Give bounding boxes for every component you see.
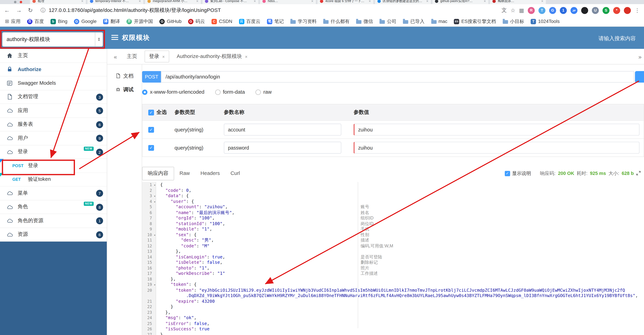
response-json-editor[interactable]: 1▾{2 "code": 0,3▾ "data": {4▾ "user": {5…: [142, 182, 644, 335]
bookmark-item[interactable]: mac: [431, 19, 448, 24]
forward-icon[interactable]: →: [16, 7, 22, 14]
tab-close-icon[interactable]: ×: [81, 0, 84, 3]
jp-dict-extension-icon[interactable]: JP: [570, 7, 578, 14]
back-icon[interactable]: ←: [4, 7, 10, 14]
shield-extension-icon[interactable]: U: [592, 7, 599, 14]
sidebar-item[interactable]: 用户9: [0, 132, 107, 145]
browser-tab[interactable]: 4core 福袋 6 分钟了一下…×: [317, 0, 374, 4]
window-controls[interactable]: [14, 1, 22, 3]
radio-x-www-form-urlencoded[interactable]: x-www-form-urlencoded: [142, 89, 204, 95]
bookmark-item[interactable]: 小目标: [502, 18, 524, 24]
google-extension-icon[interactable]: G: [549, 7, 556, 14]
bookmark-item[interactable]: ESES搜索引擎文档: [454, 18, 496, 24]
bookmark-item[interactable]: 译翻译: [103, 18, 120, 24]
pinwheel-extension-icon[interactable]: *: [613, 7, 620, 14]
tab-close-icon[interactable]: ×: [139, 0, 141, 3]
onetab-extension-icon[interactable]: 1: [560, 7, 567, 14]
header-search-input[interactable]: 请输入搜索内容: [598, 35, 636, 42]
bookmark-item[interactable]: T1024Tools: [531, 19, 560, 24]
browser-tab[interactable]: 梅林固添…×: [490, 0, 546, 4]
bookmark-item[interactable]: 开开源中国: [126, 18, 153, 24]
sidebar-item[interactable]: 文档管理3: [0, 90, 107, 104]
param-value-input[interactable]: zuihou: [354, 124, 639, 136]
sidebar-item[interactable]: 资源6: [0, 228, 107, 242]
row-checkbox[interactable]: ✓: [148, 145, 154, 150]
window-minimize-dot[interactable]: [14, 1, 16, 3]
param-name-input[interactable]: password: [224, 142, 341, 154]
profile-avatar[interactable]: [624, 7, 631, 14]
browser-menu-icon[interactable]: ⋮: [634, 7, 640, 14]
tab-login[interactable]: 登录×: [144, 50, 169, 62]
translate-icon[interactable]: 文: [502, 6, 507, 14]
tab-close-icon[interactable]: ×: [541, 0, 544, 3]
tab-curl[interactable]: Curl: [225, 168, 246, 179]
tab-close-icon[interactable]: ×: [484, 0, 486, 3]
bookmark-item[interactable]: 什么都有: [323, 18, 350, 24]
telegram-extension-icon[interactable]: T: [538, 7, 545, 14]
bookmark-star-icon[interactable]: ☆: [510, 7, 515, 14]
sidebar-item[interactable]: 角色的资源1: [0, 214, 107, 228]
reload-icon[interactable]: ↻: [28, 7, 33, 14]
sidebar-item[interactable]: 登录NEW2: [0, 145, 107, 159]
select-all-checkbox[interactable]: ✓: [148, 110, 154, 115]
sidebar-item[interactable]: 菜单7: [0, 186, 107, 200]
sidebar-item[interactable]: Swagger Models: [0, 76, 107, 90]
bookmark-item[interactable]: bBing: [50, 19, 68, 24]
tab-close-icon[interactable]: ×: [311, 0, 314, 3]
bookmark-item[interactable]: G码云: [188, 18, 205, 24]
sidebar-api-item[interactable]: POST登录: [0, 159, 107, 173]
bookmark-item[interactable]: 已导入: [403, 18, 424, 24]
url-text[interactable]: 127.0.0.1:8760/api/gate/doc.html#/author…: [49, 7, 496, 14]
tabs-scroll-right-icon[interactable]: »: [638, 53, 642, 60]
sidebar-item[interactable]: 服务表6: [0, 118, 107, 132]
reader-extension-icon[interactable]: R: [528, 7, 535, 14]
bookmark-item[interactable]: 笔笔记: [267, 18, 284, 24]
tab-close-icon[interactable]: ×: [162, 54, 165, 59]
tab-authorize[interactable]: Authorize-authority-权限模块×: [173, 51, 252, 62]
sidebar-api-item[interactable]: GET验证token: [0, 173, 107, 186]
browser-tab[interactable]: mego/jira/sof-ARM 小…×: [144, 0, 201, 4]
bookmark-item[interactable]: GGoogle: [74, 19, 96, 24]
tab-close-icon[interactable]: ×: [369, 0, 371, 3]
window-close-dot[interactable]: [20, 1, 22, 3]
bookmark-item[interactable]: 学习资料: [290, 18, 317, 24]
page-info-icon[interactable]: ⓘ: [40, 7, 46, 14]
sidebar-item[interactable]: 应用5: [0, 104, 107, 118]
row-checkbox[interactable]: ✓: [148, 127, 154, 132]
tab-response-content[interactable]: 响应内容: [142, 167, 174, 180]
browser-tab[interactable]: 紫貝Lab - Compose 不…×: [202, 0, 259, 4]
sidebar-item[interactable]: 角色NEW8: [0, 200, 107, 214]
fold-arrow-icon[interactable]: ▾: [154, 199, 156, 204]
tab-close-icon[interactable]: ×: [245, 54, 248, 59]
dark-mode-extension-icon[interactable]: [581, 7, 588, 14]
bookmark-item[interactable]: CCSDN: [212, 19, 232, 24]
tab-close-icon[interactable]: ×: [254, 0, 256, 3]
browser-tab[interactable]: hdss…×: [260, 0, 316, 4]
fold-arrow-icon[interactable]: ▾: [154, 194, 156, 199]
param-name-input[interactable]: account: [224, 124, 341, 136]
browser-tab[interactable]: temporary-Interior 不…×: [87, 0, 144, 4]
browser-tab[interactable]: 梳理×: [30, 0, 86, 4]
fold-arrow-icon[interactable]: ▾: [154, 282, 156, 288]
tabs-scroll-left-icon[interactable]: «: [114, 53, 117, 60]
bookmark-item[interactable]: ⊞应用: [5, 18, 21, 24]
tab-close-icon[interactable]: ×: [426, 0, 428, 3]
fold-arrow-icon[interactable]: ▾: [154, 232, 156, 238]
snip-extension-icon[interactable]: S: [602, 7, 609, 14]
module-select[interactable]: authority-权限模块 ▲▼: [2, 32, 103, 47]
bookmark-item[interactable]: 微信: [356, 18, 373, 24]
browser-tab[interactable]: github pash/实现m?…×: [432, 0, 489, 4]
browser-tab[interactable]: 区块链的参数建这这次的…×: [374, 0, 431, 4]
hamburger-menu-icon[interactable]: [111, 35, 118, 41]
screenshot-extension-icon[interactable]: ▦: [519, 7, 524, 14]
tab-raw[interactable]: Raw: [174, 168, 195, 179]
radio-raw[interactable]: raw: [256, 89, 272, 95]
api-path-input[interactable]: /api/authority/anno/login: [161, 71, 634, 83]
show-description-checkbox[interactable]: ✓: [505, 170, 510, 176]
bookmark-item[interactable]: 云百度云: [239, 18, 260, 24]
fullscreen-icon[interactable]: [636, 170, 641, 176]
bookmark-item[interactable]: 百百度: [27, 18, 44, 24]
rail-item-debug[interactable]: 调试: [107, 83, 142, 96]
bookmark-item[interactable]: GGitHub: [159, 19, 182, 24]
bookmark-item[interactable]: 公司: [380, 18, 396, 24]
